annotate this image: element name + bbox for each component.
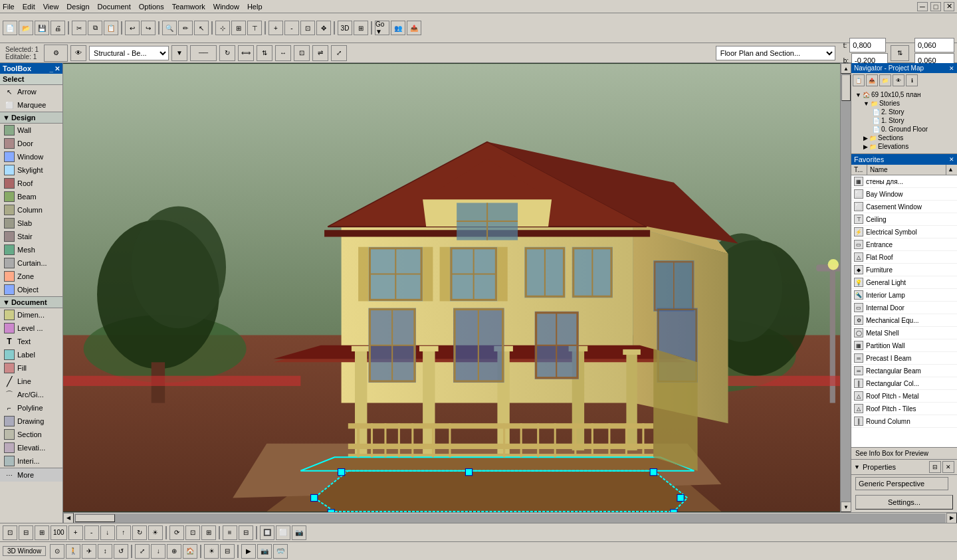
fav-list-item[interactable]: ⊤Ceiling — [851, 213, 957, 226]
scroll-up-btn[interactable]: ▲ — [841, 63, 851, 74]
menu-design[interactable]: Design — [66, 3, 89, 11]
floor-btn[interactable]: ⬜ — [276, 525, 290, 540]
ortho-btn[interactable]: ⊤ — [247, 21, 262, 35]
orbit2-btn[interactable]: ↺ — [114, 544, 128, 559]
nav-sections[interactable]: ▶ 📁 Sections — [854, 134, 954, 142]
teamwork-btn[interactable]: 👥 — [391, 21, 405, 35]
fav-list-item[interactable]: ▦Partition Wall — [851, 339, 957, 352]
redraw-btn[interactable]: ⟳ — [169, 525, 184, 540]
curtain-tool[interactable]: Curtain... — [0, 256, 62, 270]
move-btn[interactable]: ⤢ — [331, 45, 347, 61]
zoom-scale-btn[interactable]: ⊡ — [294, 45, 310, 61]
nav-story-1[interactable]: 📄 1. Story — [854, 116, 954, 125]
prop-dock-btn[interactable]: ⊟ — [929, 461, 941, 473]
mirror-btn[interactable]: ⇅ — [257, 45, 272, 61]
label-tool[interactable]: Label — [0, 348, 62, 361]
view-sun-btn[interactable]: ☀ — [148, 525, 163, 540]
fav-list-item[interactable]: ⚡Electrical Symbol — [851, 226, 957, 238]
view3d-rotate-btn[interactable]: ↻ — [132, 525, 147, 540]
zoom-prev-btn[interactable]: ⊞ — [35, 525, 49, 540]
fav-list-item[interactable]: ║Round Column — [851, 415, 957, 428]
story-btn[interactable]: ⇅ — [891, 45, 909, 61]
nav-close-btn[interactable]: ✕ — [949, 65, 954, 72]
pan-btn[interactable]: ✥ — [316, 21, 331, 35]
properties-expand[interactable]: ▼ — [854, 464, 860, 470]
save-btn[interactable]: 💾 — [35, 21, 49, 35]
column-tool[interactable]: Column — [0, 203, 62, 217]
layer2-btn[interactable]: ⊟ — [239, 525, 253, 540]
nav-story-2[interactable]: 📄 2. Story — [854, 108, 954, 116]
fav-list-item[interactable]: ◆Furniture — [851, 264, 957, 276]
menu-edit[interactable]: Edit — [23, 3, 35, 11]
design-section-header[interactable]: ▼ Design — [0, 112, 62, 124]
menu-options[interactable]: Options — [139, 3, 164, 11]
close-btn[interactable]: ✕ — [944, 2, 954, 11]
publish-btn[interactable]: 📤 — [407, 21, 421, 35]
scroll-thumb[interactable] — [841, 74, 851, 101]
nav-info-btn[interactable]: ℹ — [906, 74, 918, 86]
menu-window[interactable]: Window — [213, 3, 239, 11]
zoom-fit2-btn[interactable]: ⊟ — [19, 525, 33, 540]
rotate-btn[interactable]: ↻ — [219, 45, 235, 61]
element-settings-btn[interactable]: ⚙ — [44, 45, 68, 62]
dimen-tool[interactable]: Dimen... — [0, 308, 62, 322]
canvas-area[interactable] — [63, 63, 840, 512]
walk2-btn[interactable]: ↕ — [98, 544, 112, 559]
menu-document[interactable]: Document — [98, 3, 131, 11]
fav-list-item[interactable]: ▦стены для... — [851, 175, 957, 188]
scroll-track[interactable] — [841, 74, 851, 502]
drawing-tool[interactable]: Drawing — [0, 415, 62, 428]
fav-list-item[interactable]: ║Rectangular Col... — [851, 377, 957, 390]
show-layer-btn[interactable]: 👁 — [70, 45, 86, 61]
slab-tool[interactable]: Slab — [0, 217, 62, 230]
copy-btn[interactable]: ⧉ — [88, 21, 102, 35]
more-tool[interactable]: ⋯ More — [0, 468, 62, 482]
t-value-input[interactable] — [849, 38, 886, 52]
snap-btn[interactable]: ⊹ — [215, 21, 230, 35]
skylight-tool[interactable]: Skylight — [0, 163, 62, 177]
marquee-tool[interactable]: ⬜ Marquee — [0, 98, 62, 112]
fav-list-item[interactable]: 🔦Interior Lamp — [851, 289, 957, 302]
h-scroll-right-btn[interactable]: ▶ — [946, 513, 957, 523]
fav-list-item[interactable]: △Roof Pitch - Tiles — [851, 403, 957, 415]
fav-list-item[interactable]: ⬜Bay Window — [851, 188, 957, 201]
zoom-in-btn[interactable]: + — [268, 21, 283, 35]
nav-story-ground[interactable]: 📄 0. Ground Floor — [854, 125, 954, 134]
fit-btn[interactable]: ⊡ — [300, 21, 315, 35]
pen-btn[interactable]: ✏ — [178, 21, 193, 35]
horizontal-scrollbar[interactable]: ◀ ▶ — [63, 512, 957, 523]
prop-close-btn[interactable]: ✕ — [942, 461, 954, 473]
vertical-scrollbar[interactable]: ▲ ▼ — [840, 63, 851, 512]
prop-view-input[interactable] — [855, 477, 948, 490]
photo-btn[interactable]: 📷 — [292, 525, 306, 540]
redo-btn[interactable]: ↪ — [141, 21, 156, 35]
pan-up-btn[interactable]: ↑ — [116, 525, 131, 540]
grid-btn[interactable]: ⊞ — [231, 21, 246, 35]
section-tool[interactable]: Section — [0, 428, 62, 441]
fav-list-item[interactable]: △Roof Pitch - Metal — [851, 390, 957, 403]
paste-btn[interactable]: 📋 — [104, 21, 118, 35]
scroll-down-btn[interactable]: ▼ — [841, 502, 851, 512]
go-btn[interactable]: Go ▼ — [375, 21, 389, 35]
fav-list-item[interactable]: ▭Entrance — [851, 238, 957, 251]
text-tool[interactable]: T Text — [0, 335, 62, 348]
move3d-btn[interactable]: ⤢ — [135, 544, 150, 559]
vr-btn[interactable]: 🥽 — [273, 544, 288, 559]
3d-viewport[interactable] — [63, 63, 840, 512]
maximize-btn[interactable]: □ — [930, 2, 941, 11]
view-mode-select[interactable]: Structural - Be... — [89, 46, 169, 60]
zoom-out-btn[interactable]: - — [284, 21, 299, 35]
favorites-footer[interactable]: See Info Box for Preview — [851, 447, 957, 459]
menu-file[interactable]: File — [3, 3, 15, 11]
h-scroll-thumb[interactable] — [75, 514, 115, 522]
3d-btn[interactable]: 3D — [338, 21, 352, 35]
stretch-btn[interactable]: ↔ — [275, 45, 291, 61]
fav-list-item[interactable]: 💡General Light — [851, 276, 957, 289]
polyline-tool[interactable]: ⌐ Polyline — [0, 401, 62, 415]
zoom-fit-btn[interactable]: ⊡ — [3, 525, 17, 540]
sun-pos-btn[interactable]: ☀ — [204, 544, 219, 559]
teleport-btn[interactable]: ⊕ — [167, 544, 181, 559]
stair-tool[interactable]: Stair — [0, 230, 62, 243]
zoom-100-btn[interactable]: 100 — [51, 525, 67, 540]
print-btn[interactable]: 🖨 — [51, 21, 65, 35]
